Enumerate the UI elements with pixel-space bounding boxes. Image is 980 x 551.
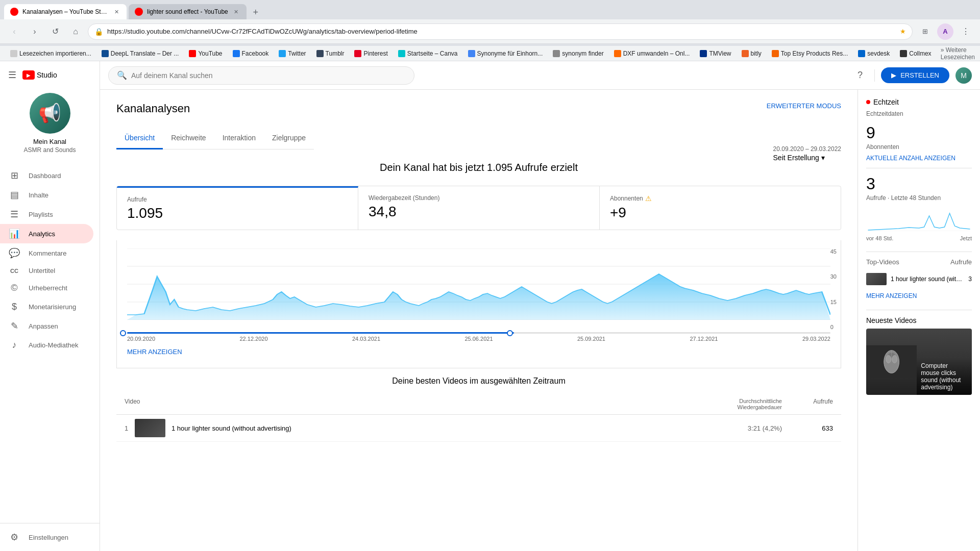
date-range-label: Seit Erstellung <box>773 154 819 162</box>
search-bar[interactable]: 🔍 <box>108 66 414 85</box>
refresh-button[interactable]: ↺ <box>47 23 63 40</box>
profile-button[interactable]: A <box>937 23 953 40</box>
sidebar-item-audio-mediathek[interactable]: ♪ Audio-Mediathek <box>0 336 93 355</box>
top-nav-right: ? ▶ ERSTELLEN M <box>852 67 972 84</box>
bookmark-item-1[interactable]: DeepL Translate – Der ... <box>97 49 183 58</box>
bookmark-item-11[interactable]: TMView <box>696 49 735 58</box>
bookmark-label-6: Pinterest <box>363 50 387 57</box>
right-panel: Echtzeit Echtzeitdaten 9 Abonnenten AKTU… <box>857 90 980 551</box>
chart-area: 45 30 15 0 <box>116 240 841 368</box>
mehr-anzeigen-chart-button[interactable]: MEHR ANZEIGEN <box>117 344 841 360</box>
menu-button[interactable]: ⋮ <box>958 23 974 40</box>
bookmark-item-6[interactable]: Pinterest <box>350 49 391 58</box>
new-tab-button[interactable]: + <box>249 5 263 19</box>
bookmark-label-15: Collmex <box>909 50 931 57</box>
tab-close-2[interactable]: ✕ <box>232 8 240 16</box>
lock-icon: 🔒 <box>94 28 103 36</box>
help-button[interactable]: ? <box>852 67 868 84</box>
bookmark-label-14: sevdesk <box>867 50 890 57</box>
range-slider[interactable] <box>127 332 830 334</box>
sidebar-item-feedback[interactable]: ⚑ Feedback senden <box>0 547 93 551</box>
best-videos-title: Deine besten Videos im ausgewählten Zeit… <box>116 377 841 386</box>
sidebar-item-kommentare[interactable]: 💬 Kommentare <box>0 243 93 263</box>
tabs-and-date: Übersicht Reichweite Interaktion Zielgru… <box>116 128 841 162</box>
date-range-dropdown[interactable]: Seit Erstellung ▾ <box>773 154 841 162</box>
bookmark-favicon-6 <box>354 50 361 57</box>
sidebar-item-analytics[interactable]: 📊 Analytics <box>0 224 93 243</box>
sidebar-item-inhalte[interactable]: ▤ Inhalte <box>0 185 93 205</box>
monetarisierung-icon: $ <box>8 302 20 312</box>
tab-interaktion[interactable]: Interaktion <box>214 128 264 149</box>
bookmark-item-13[interactable]: Top Etsy Products Res... <box>768 49 852 58</box>
top-videos-col-label: Aufrufe <box>950 258 972 266</box>
user-avatar-button[interactable]: M <box>955 67 972 84</box>
bookmark-item-9[interactable]: synonym finder <box>549 49 607 58</box>
stat-card-aufrufe[interactable]: Aufrufe 1.095 <box>117 186 358 230</box>
panel-divider-2 <box>866 252 972 252</box>
top-videos-header: Top-Videos Aufrufe <box>866 258 972 266</box>
tab-title-2: lighter sound effect - YouTube <box>147 8 228 15</box>
bookmark-item-8[interactable]: Synonyme für Einhorn... <box>464 49 547 58</box>
bookmark-item-2[interactable]: YouTube <box>185 49 226 58</box>
bookmark-item-15[interactable]: Collmex <box>896 49 935 58</box>
stat-card-abonnenten[interactable]: Abonnenten ⚠ +9 <box>600 186 841 230</box>
bookmarks-bar: Lesezeichen importieren... DeepL Transla… <box>0 46 980 61</box>
bookmark-favicon-2 <box>189 50 196 57</box>
channel-subtitle: ASMR and Sounds <box>8 146 91 154</box>
live-dot-icon <box>866 100 870 104</box>
bookmark-favicon-4 <box>279 50 286 57</box>
sidebar-item-untertitel[interactable]: CC Untertitel <box>0 263 93 279</box>
sidebar-item-anpassen[interactable]: ✎ Anpassen <box>0 316 93 336</box>
home-button[interactable]: ⌂ <box>67 23 84 40</box>
date-range-selector[interactable]: 20.09.2020 – 29.03.2022 Seit Erstellung … <box>773 145 841 162</box>
stat-value-wiedergabezeit: 34,8 <box>369 204 589 220</box>
x-label-3: 25.06.2021 <box>464 336 493 342</box>
neueste-video-thumbnail[interactable]: Computer mouse clicks sound (without adv… <box>866 329 972 395</box>
channel-avatar[interactable]: 📢 <box>30 93 70 134</box>
tab-reichweite[interactable]: Reichweite <box>163 128 214 149</box>
echtzeitdaten-link[interactable]: Echtzeitdaten <box>866 110 972 117</box>
tab-close-1[interactable]: ✕ <box>112 8 120 16</box>
col-header-views: Aufrufe <box>782 398 833 410</box>
x-label-2: 24.03.2021 <box>352 336 380 342</box>
bookmark-item-0[interactable]: Lesezeichen importieren... <box>6 49 95 58</box>
page-title: Kanalanalysen <box>116 102 190 115</box>
bookmark-star-icon[interactable]: ★ <box>900 28 906 35</box>
inactive-tab[interactable]: lighter sound effect - YouTube ✕ <box>129 4 247 19</box>
sidebar-label-kommentare: Kommentare <box>29 249 66 257</box>
extensions-button[interactable]: ⊞ <box>917 23 933 40</box>
sidebar-item-urheberrecht[interactable]: © Urheberrecht <box>0 279 93 297</box>
slider-handle-right[interactable] <box>507 330 513 336</box>
content-row: Kanalanalysen ERWEITERTER MODUS Übersich… <box>100 90 980 551</box>
sidebar-item-playlists[interactable]: ☰ Playlists <box>0 205 93 224</box>
sidebar-item-einstellungen[interactable]: ⚙ Einstellungen <box>0 528 93 547</box>
yt-studio-logo[interactable]: Studio <box>22 70 57 80</box>
active-tab[interactable]: Kanalanalysen – YouTube Studio ✕ <box>4 4 127 19</box>
address-bar[interactable]: 🔒 https://studio.youtube.com/channel/UCv… <box>88 23 913 40</box>
stat-card-wiedergabezeit[interactable]: Wiedergabezeit (Stunden) 34,8 <box>358 186 600 230</box>
sidebar-item-dashboard[interactable]: ⊞ Dashboard <box>0 166 93 185</box>
bookmark-item-4[interactable]: Twitter <box>275 49 310 58</box>
bookmark-item-3[interactable]: Facebook <box>229 49 273 58</box>
bookmark-item-5[interactable]: Tumblr <box>312 49 349 58</box>
bookmark-item-14[interactable]: sevdesk <box>854 49 894 58</box>
bookmark-label-9: synonym finder <box>562 50 603 57</box>
bookmark-item-7[interactable]: Startseite – Canva <box>394 49 462 58</box>
hamburger-button[interactable]: ☰ <box>8 69 16 81</box>
more-bookmarks[interactable]: » Weitere Lesezeichen <box>938 46 978 61</box>
tab-zielgruppe[interactable]: Zielgruppe <box>264 128 314 149</box>
bookmark-item-12[interactable]: bitly <box>738 49 766 58</box>
tab-ubersicht[interactable]: Übersicht <box>116 128 163 149</box>
sidebar-item-monetarisierung[interactable]: $ Monetarisierung <box>0 297 93 316</box>
search-input[interactable] <box>131 71 406 80</box>
erweiterter-modus-button[interactable]: ERWEITERTER MODUS <box>767 102 841 110</box>
bookmark-favicon-7 <box>398 50 405 57</box>
mehr-anzeigen-top-videos[interactable]: MEHR ANZEIGEN <box>866 292 972 299</box>
create-button[interactable]: ▶ ERSTELLEN <box>881 67 949 83</box>
slider-handle-left[interactable] <box>120 330 126 336</box>
address-text: https://studio.youtube.com/channel/UCvw-… <box>107 28 896 35</box>
aktuelle-anzahl-link[interactable]: AKTUELLE ANZAHL ANZEIGEN <box>866 155 972 162</box>
bookmark-item-10[interactable]: DXF umwandeln – Onl... <box>610 49 694 58</box>
forward-button[interactable]: › <box>27 23 43 40</box>
create-label: ERSTELLEN <box>900 71 939 79</box>
